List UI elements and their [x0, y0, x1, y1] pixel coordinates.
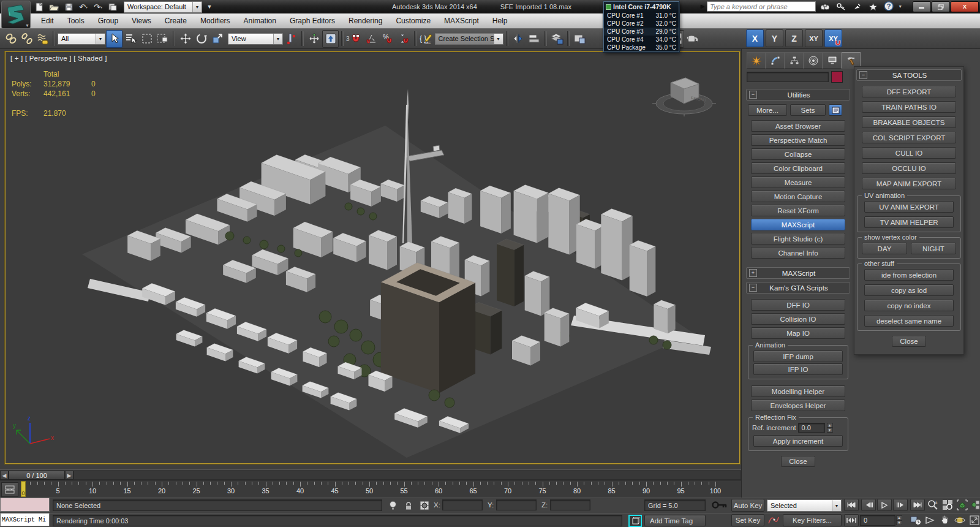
object-name-field[interactable]	[747, 72, 829, 82]
previous-frame-button[interactable]	[861, 499, 876, 511]
tab-motion[interactable]	[804, 52, 823, 69]
unlink-selection-icon[interactable]	[19, 31, 34, 47]
current-frame-field[interactable]: 0	[860, 515, 895, 526]
sa-deselect-same-name-button[interactable]: deselect same name	[864, 315, 954, 327]
kams-rollout-header[interactable]: − Kam's GTA Scripts	[746, 282, 850, 294]
menu-animation[interactable]: Animation	[237, 13, 283, 28]
go-to-end-button[interactable]	[910, 499, 925, 511]
key-filters-button[interactable]: Key Filters...	[783, 514, 842, 526]
open-file-icon[interactable]	[47, 2, 61, 12]
select-object-icon[interactable]	[106, 30, 123, 48]
select-and-move-icon[interactable]	[178, 31, 193, 47]
toolbar-flyout-icon[interactable]: ▼	[203, 2, 216, 12]
rectangular-selection-region-icon[interactable]	[139, 31, 154, 47]
infocenter-flyout-icon[interactable]: ▶	[701, 4, 704, 9]
utility-reset-xform-button[interactable]: Reset XForm	[751, 205, 845, 216]
ref-increment-field[interactable]: 0.0	[798, 423, 825, 433]
search-input[interactable]	[707, 1, 816, 12]
layer-manager-icon[interactable]	[549, 31, 565, 47]
align-icon[interactable]	[527, 31, 542, 47]
orbit-icon[interactable]	[953, 514, 967, 526]
restrict-x-button[interactable]: X	[746, 29, 764, 47]
utilities-configure-button[interactable]	[829, 104, 842, 116]
menu-tools[interactable]: Tools	[61, 13, 91, 28]
select-and-manipulate-icon[interactable]	[306, 31, 322, 47]
frame-spinner[interactable]: ▲▼	[896, 515, 902, 525]
zoom-extents-icon[interactable]	[956, 499, 969, 511]
utility-measure-button[interactable]: Measure	[751, 176, 845, 188]
absolute-offset-mode-icon[interactable]	[418, 499, 431, 512]
apply-increment-button[interactable]: Apply increment	[753, 435, 843, 447]
ref-increment-spinner[interactable]: ▲▼	[827, 423, 833, 433]
workspace-dropdown[interactable]: Workspace: Default ▼	[124, 1, 202, 13]
z-coordinate-field[interactable]	[550, 499, 590, 510]
open-mini-curve-editor-button[interactable]	[1, 482, 18, 497]
application-menu-button[interactable]: ▼	[1, 1, 31, 29]
sign-in-key-icon[interactable]	[834, 1, 848, 12]
select-by-name-icon[interactable]	[123, 31, 138, 47]
selection-lock-lightbulb-icon[interactable]	[386, 499, 399, 512]
pan-hand-icon[interactable]	[938, 514, 952, 526]
window-crossing-toggle-icon[interactable]	[155, 31, 170, 47]
angle-snap-toggle-icon[interactable]	[364, 31, 380, 47]
viewport-label[interactable]: [ + ] [ Perspective ] [ Shaded ]	[10, 55, 107, 62]
tab-display[interactable]	[823, 52, 842, 69]
maxscript-rollout-header[interactable]: + MAXScript	[746, 267, 850, 279]
next-frame-button[interactable]	[893, 499, 908, 511]
sa-close-button[interactable]: Close	[892, 336, 926, 347]
perspective-viewport[interactable]: [ + ] [ Perspective ] [ Shaded ] Total P…	[5, 51, 740, 464]
selection-lock-toggle-icon[interactable]	[402, 499, 415, 512]
redo-icon[interactable]: ↷▾	[91, 2, 105, 12]
viewcube[interactable]: FRONT	[647, 63, 721, 122]
go-to-start-button[interactable]	[844, 499, 859, 511]
tab-create[interactable]	[747, 52, 766, 69]
close-button[interactable]: X	[951, 1, 979, 12]
restore-button[interactable]	[932, 1, 950, 12]
menu-help[interactable]: Help	[486, 13, 514, 28]
maxscript-mini-listener[interactable]: MAXScript Mi	[0, 513, 50, 526]
utility-motion-capture-button[interactable]: Motion Capture	[751, 191, 845, 202]
menu-create[interactable]: Create	[158, 13, 194, 28]
restrict-xy-plane-button[interactable]: XY	[805, 29, 823, 47]
set-key-button[interactable]: Set Key	[731, 514, 764, 526]
tab-hierarchy[interactable]	[785, 52, 804, 69]
edit-named-selection-sets-icon[interactable]: { }ABC	[419, 31, 434, 47]
utility-maxscript-button[interactable]: MAXScript	[751, 219, 845, 230]
help-dropdown-icon[interactable]: ▼	[898, 4, 902, 9]
kams-ifp-dump-button[interactable]: IFP dump	[753, 351, 843, 362]
kams-modelling-helper-button[interactable]: Modelling Helper	[751, 385, 845, 397]
time-configuration-icon[interactable]	[909, 514, 922, 526]
menu-graph-editors[interactable]: Graph Editors	[283, 13, 342, 28]
macro-recorder-pane[interactable]	[0, 498, 50, 512]
reference-coordinate-dropdown[interactable]: View ▼	[228, 33, 283, 45]
y-coordinate-field[interactable]	[496, 499, 537, 510]
sa-copy-as-lod-button[interactable]: copy as lod	[864, 284, 954, 296]
kams-envelopes-helper-button[interactable]: Envelopes Helper	[751, 400, 845, 411]
kams-close-button[interactable]: Close	[781, 456, 815, 467]
sa-uv-anim-export-button[interactable]: UV ANIM EXPORT	[864, 201, 954, 213]
spinner-snap-toggle-icon[interactable]	[396, 31, 412, 47]
key-mode-dropdown[interactable]: Selected ▼	[767, 499, 842, 512]
auto-key-button[interactable]: Auto Key	[731, 499, 764, 512]
select-and-link-icon[interactable]	[3, 31, 18, 47]
restrict-z-button[interactable]: Z	[785, 29, 803, 47]
sa-col-script-export-button[interactable]: COL SCRIPT EXPORT	[862, 132, 956, 143]
sa-copy-no-index-button[interactable]: copy no index	[864, 300, 954, 311]
favorites-star-icon[interactable]	[866, 1, 880, 12]
select-and-rotate-icon[interactable]	[194, 31, 209, 47]
object-color-swatch[interactable]	[831, 71, 843, 83]
menu-maxscript[interactable]: MAXScript	[437, 13, 486, 28]
x-coordinate-field[interactable]	[442, 499, 483, 510]
kams-ifp-io-button[interactable]: IFP IO	[753, 363, 843, 375]
mirror-icon[interactable]	[511, 31, 526, 47]
percent-snap-toggle-icon[interactable]: %	[380, 31, 396, 47]
kams-collision-io-button[interactable]: Collision IO	[751, 313, 845, 325]
menu-customize[interactable]: Customize	[389, 13, 437, 28]
search-binoculars-icon[interactable]	[818, 1, 832, 12]
utility-collapse-button[interactable]: Collapse	[751, 148, 845, 160]
key-mode-toggle-button[interactable]	[844, 514, 859, 526]
menu-edit[interactable]: Edit	[34, 13, 61, 28]
sa-occlu-io-button[interactable]: OCCLU IO	[862, 162, 956, 174]
time-slider-track[interactable]	[74, 471, 741, 480]
save-file-icon[interactable]	[62, 2, 75, 12]
